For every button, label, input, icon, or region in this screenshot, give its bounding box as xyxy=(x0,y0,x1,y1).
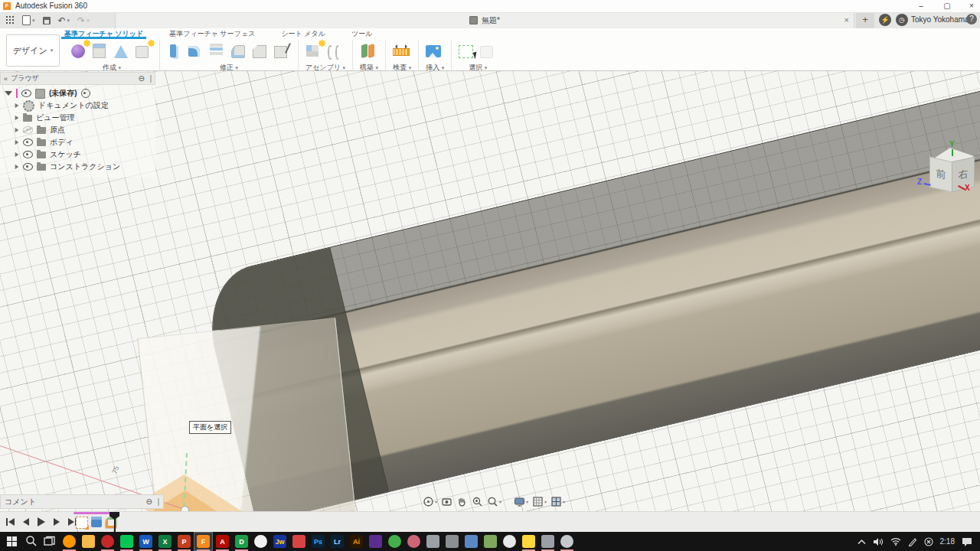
panel-resize-grip[interactable] xyxy=(150,75,152,83)
combine-icon[interactable] xyxy=(188,42,205,59)
comments-panel[interactable]: コメント ⊖ xyxy=(0,494,164,509)
visibility-eye-off-icon[interactable] xyxy=(23,126,33,134)
taskbar-app-app-target[interactable] xyxy=(500,532,519,551)
browser-row-construction[interactable]: コンストラクション xyxy=(0,161,155,173)
orbit-button[interactable]: ▾ xyxy=(423,496,437,507)
insert-image-icon[interactable] xyxy=(426,42,444,59)
help-button[interactable]: ? xyxy=(966,14,977,24)
go-to-start-button[interactable] xyxy=(6,518,15,526)
origin-point[interactable] xyxy=(181,506,189,511)
taskbar-app-firefox[interactable] xyxy=(60,532,79,551)
taskbar-app-app-circle-bw[interactable] xyxy=(251,532,270,551)
cone-icon[interactable] xyxy=(114,42,131,59)
form-icon[interactable] xyxy=(71,42,88,59)
tab-sheet-metal[interactable]: シート メタル xyxy=(278,28,328,39)
view-cube[interactable]: 前 右 Y Z X xyxy=(916,142,980,202)
taskbar-app-app-green-circle[interactable] xyxy=(385,532,404,551)
status-circle-icon[interactable] xyxy=(924,537,933,546)
pen-icon[interactable] xyxy=(908,537,917,546)
close-button[interactable]: × xyxy=(960,0,980,12)
taskbar-app-jw-cad[interactable]: Jw xyxy=(270,532,289,551)
workspace-selector[interactable]: デザイン▾ xyxy=(6,34,60,67)
viewports-button[interactable]: ▾ xyxy=(550,496,565,507)
taskbar-app-app-purple[interactable] xyxy=(366,532,385,551)
expand-closed-icon[interactable] xyxy=(15,164,19,170)
construction-plane-icon[interactable] xyxy=(361,42,377,59)
taskbar-app-acrobat[interactable]: A xyxy=(213,532,232,551)
taskbar-app-app-photo[interactable] xyxy=(481,532,500,551)
row-label[interactable]: ドキュメントの設定 xyxy=(38,100,109,111)
taskbar-app-photoshop[interactable]: Ps xyxy=(309,532,328,551)
taskbar-app-lightroom[interactable]: Lr xyxy=(328,532,347,551)
taskbar-app-fusion-360[interactable]: F xyxy=(194,532,213,551)
visibility-eye-icon[interactable] xyxy=(23,163,33,171)
visibility-eye-icon[interactable] xyxy=(21,90,31,97)
taskbar-app-photos[interactable] xyxy=(538,532,557,551)
select-box-icon[interactable] xyxy=(480,42,497,59)
taskbar-app-app-blue-pages[interactable] xyxy=(462,532,481,551)
taskbar-app-line[interactable] xyxy=(117,532,136,551)
box-icon[interactable] xyxy=(93,42,109,59)
browser-row-named-views[interactable]: ビュー管理 xyxy=(0,112,155,124)
clock[interactable]: 2:18 xyxy=(940,537,955,546)
expand-open-icon[interactable] xyxy=(5,91,12,96)
minimize-button[interactable]: – xyxy=(910,0,933,12)
activate-radio-icon[interactable] xyxy=(81,89,90,98)
close-tab-icon[interactable]: × xyxy=(844,15,849,25)
measure-icon[interactable] xyxy=(393,42,411,59)
group-create-label[interactable]: 作成 ▾ xyxy=(103,63,121,73)
chamfer-icon[interactable] xyxy=(253,42,270,59)
zoom-window-button[interactable]: ▾ xyxy=(487,496,501,507)
row-label[interactable]: ボディ xyxy=(50,137,74,148)
action-center-icon[interactable] xyxy=(962,537,972,546)
display-settings-button[interactable]: ▾ xyxy=(514,496,528,507)
shell-icon[interactable] xyxy=(210,42,227,59)
app-grid-menu-button[interactable] xyxy=(6,16,15,24)
new-component-icon[interactable] xyxy=(306,42,323,59)
group-modify-label[interactable]: 修正 ▾ xyxy=(220,63,238,73)
viewcube-front-face[interactable]: 前 xyxy=(929,157,952,193)
timeline-sketch-icon[interactable] xyxy=(76,517,88,529)
group-inspect-label[interactable]: 検査 ▾ xyxy=(393,63,411,73)
undo-button[interactable]: ↶▾ xyxy=(58,15,70,26)
browser-row-sketches[interactable]: スケッチ xyxy=(0,148,155,161)
wifi-icon[interactable] xyxy=(890,537,901,546)
row-label[interactable]: 原点 xyxy=(50,125,65,135)
browser-row-bodies[interactable]: ボディ xyxy=(0,136,155,148)
document-tab[interactable]: 無題* × xyxy=(115,12,854,28)
extrusion-preview-box[interactable] xyxy=(137,318,355,511)
play-button[interactable] xyxy=(38,517,45,527)
fillet-icon[interactable] xyxy=(231,42,248,59)
browser-header[interactable]: « ブラウザ ⊖ xyxy=(0,72,155,85)
draft-icon[interactable] xyxy=(274,42,291,59)
volume-icon[interactable] xyxy=(873,537,884,546)
tab-tools[interactable]: ツール xyxy=(348,28,375,39)
visibility-eye-icon[interactable] xyxy=(23,151,33,158)
pan-button[interactable] xyxy=(456,496,468,507)
tab-solid[interactable]: 基準フィーチャ ソリッド xyxy=(61,28,146,39)
row-label[interactable]: ビュー管理 xyxy=(36,112,74,123)
taskbar-app-settings[interactable] xyxy=(557,532,577,551)
row-label[interactable]: スケッチ xyxy=(50,149,81,160)
timeline-extrude-icon[interactable] xyxy=(91,517,102,527)
group-insert-label[interactable]: 挿入 ▾ xyxy=(426,63,444,73)
search-icon[interactable] xyxy=(25,535,38,550)
panel-resize-grip[interactable] xyxy=(158,498,159,506)
extensions-icon[interactable]: ⚡ xyxy=(879,14,891,26)
viewport-canvas[interactable]: 75 平面を選択 前 右 Y Z X « ブラウザ ⊖ (未保存) xyxy=(0,70,980,511)
zoom-button[interactable] xyxy=(472,496,483,507)
group-select-label[interactable]: 選択 ▾ xyxy=(469,63,487,73)
step-forward-button[interactable] xyxy=(54,518,60,526)
job-status-icon[interactable]: ◷ xyxy=(896,14,908,26)
redo-button[interactable]: ↷▾ xyxy=(77,15,90,26)
root-document-label[interactable]: (未保存) xyxy=(49,88,77,99)
panel-minimize-icon[interactable]: ⊖ xyxy=(139,74,145,83)
taskbar-app-excel[interactable]: X xyxy=(155,532,175,551)
task-view-icon[interactable] xyxy=(43,535,56,551)
new-tab-button[interactable]: + xyxy=(856,12,874,28)
taskbar-app-app-colorful[interactable] xyxy=(404,532,423,551)
browser-row-document-settings[interactable]: ドキュメントの設定 xyxy=(0,99,155,112)
taskbar-app-app-d-green[interactable]: D xyxy=(232,532,251,551)
taskbar-app-file-explorer[interactable] xyxy=(79,532,98,551)
joint-icon[interactable] xyxy=(328,42,345,59)
